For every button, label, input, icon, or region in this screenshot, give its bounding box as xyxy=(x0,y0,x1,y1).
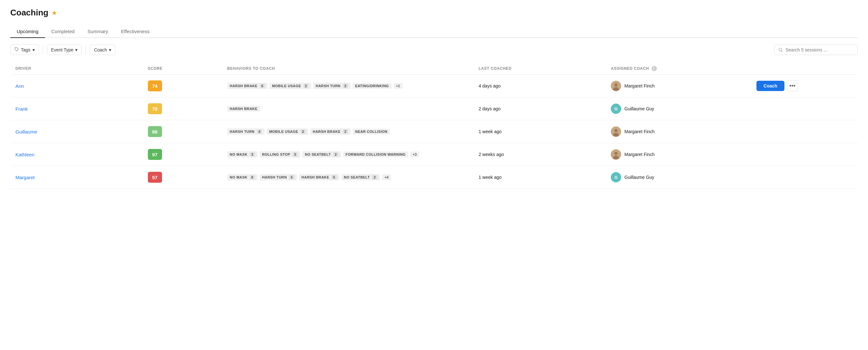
column-header-score: Score xyxy=(143,63,222,75)
behavior-tag: MOBILE USAGE2 xyxy=(270,83,311,89)
behavior-tag: NO MASK3 xyxy=(227,151,258,157)
driver-link[interactable]: Frank xyxy=(16,106,28,112)
event-type-filter-button[interactable]: Event Type ▾ xyxy=(47,45,82,55)
column-header-last-coached: Last Coached xyxy=(473,63,606,75)
column-header-action xyxy=(751,63,858,75)
behavior-count: 3 xyxy=(292,152,298,157)
behavior-count: 2 xyxy=(301,129,306,134)
behavior-count: 3 xyxy=(250,152,255,157)
tag-icon xyxy=(14,47,19,53)
action-cell xyxy=(751,97,858,120)
score-cell: 88 xyxy=(143,120,222,143)
behavior-more-tag[interactable]: +3 xyxy=(410,151,420,157)
behavior-tag: HARSH BRAKE6 xyxy=(227,83,268,89)
tabs-bar: Upcoming Completed Summary Effectiveness xyxy=(10,25,858,38)
last-coached-cell: 2 days ago xyxy=(473,97,606,120)
assigned-coach-cell: Margaret Finch xyxy=(606,75,751,97)
behaviors-cell: HARSH BRAKE6MOBILE USAGE2HARSH TURN2EATI… xyxy=(222,75,473,97)
driver-cell: Guillaume xyxy=(10,120,143,143)
behavior-tag: HARSH BRAKE2 xyxy=(310,128,351,135)
tags-filter-button[interactable]: Tags ▾ xyxy=(10,45,39,55)
driver-link[interactable]: Kathleen xyxy=(16,152,34,157)
filter-divider-2 xyxy=(86,46,86,54)
assigned-coach-cell: GGuillaume Guy xyxy=(606,97,751,120)
table-row: Guillaume88HARSH TURN4MOBILE USAGE2HARSH… xyxy=(10,120,858,143)
behavior-count: 2 xyxy=(304,84,309,88)
sessions-table: Driver Score Behaviors To Coach Last Coa… xyxy=(10,63,858,189)
coach-button[interactable]: Coach xyxy=(756,81,784,91)
coach-avatar: G xyxy=(611,172,621,182)
behaviors-cell: HARSH TURN4MOBILE USAGE2HARSH BRAKE2NEAR… xyxy=(222,120,473,143)
last-coached-cell: 1 week ago xyxy=(473,120,606,143)
driver-cell: Kathleen xyxy=(10,143,143,166)
coach-avatar xyxy=(611,126,621,137)
behaviors-cell: HARSH BRAKE xyxy=(222,97,473,120)
coach-name: Margaret Finch xyxy=(624,152,654,157)
assigned-coach-cell: Margaret Finch xyxy=(606,120,751,143)
table-row: Margaret57NO MASK8HARSH TURN5HARSH BRAKE… xyxy=(10,166,858,189)
behavior-more-tag[interactable]: +1 xyxy=(394,83,403,89)
coach-filter-label: Coach xyxy=(94,47,107,53)
coach-avatar: G xyxy=(611,104,621,114)
score-badge: 74 xyxy=(148,81,162,91)
behavior-more-tag[interactable]: +4 xyxy=(382,174,391,180)
tab-effectiveness[interactable]: Effectiveness xyxy=(115,25,156,38)
search-container[interactable] xyxy=(774,45,858,55)
behavior-tag: NO SEATBELT2 xyxy=(302,151,341,157)
behavior-tag: ROLLING STOP3 xyxy=(259,151,300,157)
coach-name: Margaret Finch xyxy=(624,129,654,134)
driver-cell: Margaret xyxy=(10,166,143,189)
search-input[interactable] xyxy=(785,47,854,53)
coach-name: Guillaume Guy xyxy=(624,106,654,111)
score-badge: 78 xyxy=(148,103,162,114)
tab-completed[interactable]: Completed xyxy=(45,25,81,38)
table-row: Kathleen97NO MASK3ROLLING STOP3NO SEATBE… xyxy=(10,143,858,166)
event-type-chevron-icon: ▾ xyxy=(75,47,78,53)
more-options-button[interactable]: ••• xyxy=(787,81,798,91)
behavior-count: 2 xyxy=(343,129,348,134)
column-header-behaviors: Behaviors To Coach xyxy=(222,63,473,75)
behavior-tag: FORWARD COLLISION WARNING xyxy=(343,151,408,157)
favorite-star-icon[interactable]: ★ xyxy=(52,9,57,17)
tab-summary[interactable]: Summary xyxy=(81,25,115,38)
coach-filter-button[interactable]: Coach ▾ xyxy=(90,45,115,55)
search-icon xyxy=(778,47,783,53)
last-coached-cell: 2 weeks ago xyxy=(473,143,606,166)
tags-filter-label: Tags xyxy=(21,47,31,53)
assigned-coach-cell: GGuillaume Guy xyxy=(606,166,751,189)
driver-link[interactable]: Margaret xyxy=(16,175,35,180)
driver-link[interactable]: Ann xyxy=(16,83,24,89)
svg-point-0 xyxy=(779,48,782,51)
behavior-tag: NO MASK8 xyxy=(227,174,258,180)
table-row: Ann74HARSH BRAKE6MOBILE USAGE2HARSH TURN… xyxy=(10,75,858,97)
column-header-assigned-coach: Assigned Coach i xyxy=(606,63,751,75)
behavior-count: 8 xyxy=(250,175,255,179)
last-coached-cell: 1 week ago xyxy=(473,166,606,189)
assigned-coach-cell: Margaret Finch xyxy=(606,143,751,166)
behavior-tag: MOBILE USAGE2 xyxy=(267,128,308,135)
behaviors-cell: NO MASK3ROLLING STOP3NO SEATBELT2FORWARD… xyxy=(222,143,473,166)
score-badge: 57 xyxy=(148,172,162,183)
filter-bar: Tags ▾ Event Type ▾ Coach ▾ xyxy=(10,45,858,55)
coach-name: Guillaume Guy xyxy=(624,175,654,180)
driver-cell: Frank xyxy=(10,97,143,120)
score-cell: 74 xyxy=(143,75,222,97)
svg-point-9 xyxy=(614,152,618,155)
action-cell: Coach••• xyxy=(751,75,858,97)
page-title: Coaching xyxy=(10,8,48,18)
tab-upcoming[interactable]: Upcoming xyxy=(10,25,45,38)
svg-point-6 xyxy=(614,129,618,132)
behavior-count: 2 xyxy=(372,175,377,179)
driver-link[interactable]: Guillaume xyxy=(16,129,37,135)
behavior-count: 4 xyxy=(257,129,262,134)
behavior-tag: HARSH BRAKE xyxy=(227,106,260,112)
score-cell: 57 xyxy=(143,166,222,189)
last-coached-cell: 4 days ago xyxy=(473,75,606,97)
coach-avatar xyxy=(611,81,621,91)
svg-line-1 xyxy=(781,51,783,52)
behavior-count: 2 xyxy=(343,84,348,88)
column-header-driver: Driver xyxy=(10,63,143,75)
page-container: Coaching ★ Upcoming Completed Summary Ef… xyxy=(0,0,868,197)
behavior-tag: NEAR COLLISION xyxy=(353,129,390,135)
tags-chevron-icon: ▾ xyxy=(32,47,35,53)
